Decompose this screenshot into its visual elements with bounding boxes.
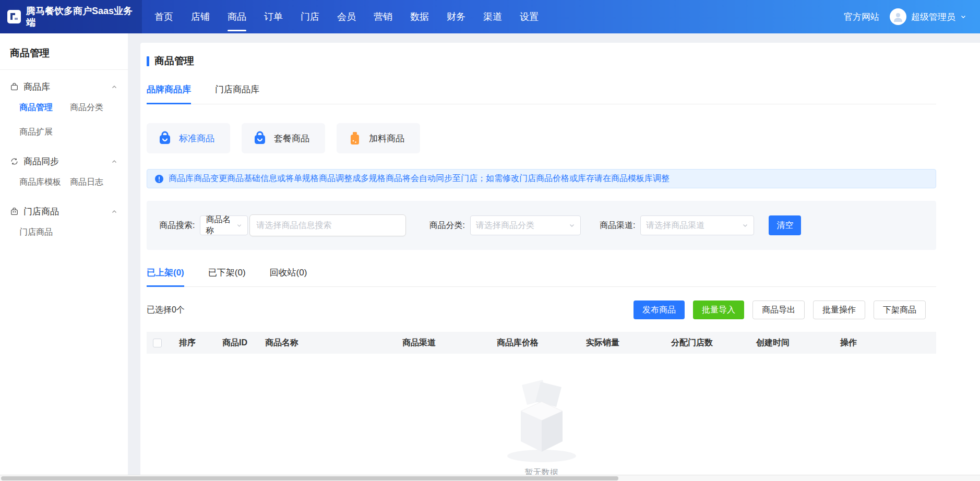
nav-item-order[interactable]: 订单 xyxy=(263,0,284,33)
search-label: 商品搜索: xyxy=(159,220,195,231)
tab-off-shelf[interactable]: 已下架(0) xyxy=(208,267,246,286)
sidebar-divider xyxy=(0,69,128,70)
brand-title: 腾马餐饮多商户Saas业务端 xyxy=(26,5,135,28)
sidebar-item-product-log[interactable]: 商品日志 xyxy=(70,170,121,195)
sidebar-title: 商品管理 xyxy=(0,33,128,69)
search-type-select[interactable]: 商品名称 xyxy=(200,215,248,235)
avatar xyxy=(890,8,906,25)
info-icon xyxy=(154,174,164,184)
nav-item-data[interactable]: 数据 xyxy=(409,0,430,33)
sidebar-group-product-sync[interactable]: 商品同步 xyxy=(0,155,128,167)
card-standard-product[interactable]: 标准商品 xyxy=(147,123,230,153)
library-tabs: 品牌商品库 门店商品库 xyxy=(147,83,936,104)
main-area: 商品管理 品牌商品库 门店商品库 标准商品 xyxy=(128,33,980,481)
chevron-up-icon[interactable] xyxy=(111,209,117,215)
search-input[interactable] xyxy=(249,214,406,236)
sidebar-item-store-product[interactable]: 门店商品 xyxy=(19,220,70,245)
bag-icon xyxy=(10,82,19,91)
store-bag-icon xyxy=(10,207,19,216)
toolbar-row: 已选择0个 发布商品 批量导入 商品导出 批量操作 下架商品 xyxy=(147,300,936,319)
col-product-id: 商品ID xyxy=(222,338,265,348)
product-type-cards: 标准商品 套餐商品 加料商品 xyxy=(147,123,936,153)
tab-store-product-library[interactable]: 门店商品库 xyxy=(215,83,259,104)
nav-item-finance[interactable]: 财务 xyxy=(446,0,467,33)
chevron-down-icon xyxy=(742,222,748,229)
chevron-up-icon[interactable] xyxy=(111,159,117,165)
channel-label: 商品渠道: xyxy=(600,220,635,231)
batch-operation-button[interactable]: 批量操作 xyxy=(813,300,865,319)
product-export-button[interactable]: 商品导出 xyxy=(752,300,805,319)
col-created-time: 创建时间 xyxy=(756,338,840,348)
col-sort: 排序 xyxy=(179,338,222,348)
sidebar: 商品管理 商品库 商品管理 商品分类 商品扩展 xyxy=(0,33,128,481)
bag-icon xyxy=(252,130,268,146)
content-card: 商品管理 品牌商品库 门店商品库 标准商品 xyxy=(140,43,980,481)
clear-button[interactable]: 清空 xyxy=(769,215,801,235)
scrollbar-thumb[interactable] xyxy=(1,476,618,480)
filter-panel: 商品搜索: 商品名称 商品分类: 请选择商品分类 商品渠道: 请选择商品渠道 xyxy=(147,201,936,250)
empty-state: 暂无数据 xyxy=(147,369,936,478)
top-navigation-bar: 腾马餐饮多商户Saas业务端 首页 店铺 商品 订单 门店 会员 营销 数据 财… xyxy=(0,0,980,33)
nav-item-marketing[interactable]: 营销 xyxy=(373,0,393,33)
card-combo-product[interactable]: 套餐商品 xyxy=(242,123,325,153)
jar-icon xyxy=(347,130,363,146)
table-header: 排序 商品ID 商品名称 商品渠道 商品库价格 实际销量 分配门店数 创建时间 … xyxy=(147,332,936,354)
username-label: 超级管理员 xyxy=(911,11,955,23)
nav-item-shop[interactable]: 店铺 xyxy=(190,0,211,33)
nav-item-channel[interactable]: 渠道 xyxy=(482,0,503,33)
batch-import-button[interactable]: 批量导入 xyxy=(693,300,744,319)
col-product-name: 商品名称 xyxy=(265,338,402,348)
notice-text: 商品库商品变更商品基础信息或将单规格商品调整成多规格商品将会自动同步至门店；如需… xyxy=(169,173,670,184)
page-title: 商品管理 xyxy=(154,54,194,68)
chevron-up-icon[interactable] xyxy=(111,84,117,90)
nav-item-settings[interactable]: 设置 xyxy=(519,0,540,33)
horizontal-scrollbar[interactable] xyxy=(0,475,980,481)
category-label: 商品分类: xyxy=(429,220,464,231)
publish-product-button[interactable]: 发布商品 xyxy=(634,300,685,319)
empty-box-illustration xyxy=(495,369,589,466)
tab-brand-product-library[interactable]: 品牌商品库 xyxy=(147,83,191,104)
chevron-down-icon xyxy=(960,14,966,20)
select-all-checkbox[interactable] xyxy=(153,339,162,347)
nav-item-store[interactable]: 门店 xyxy=(300,0,320,33)
sidebar-item-product-extension[interactable]: 商品扩展 xyxy=(19,120,70,145)
user-menu[interactable]: 超级管理员 xyxy=(890,8,966,25)
off-shelf-button[interactable]: 下架商品 xyxy=(874,300,926,319)
col-product-channel: 商品渠道 xyxy=(402,338,497,348)
selection-count-text: 已选择0个 xyxy=(147,305,185,316)
status-tabs: 已上架(0) 已下架(0) 回收站(0) xyxy=(147,267,936,287)
card-topping-product[interactable]: 加料商品 xyxy=(337,123,420,153)
chevron-down-icon xyxy=(569,222,575,229)
official-site-link[interactable]: 官方网站 xyxy=(844,11,879,23)
title-accent-bar xyxy=(147,56,149,66)
col-actual-sales: 实际销量 xyxy=(586,338,671,348)
col-library-price: 商品库价格 xyxy=(497,338,586,348)
sidebar-item-product-category[interactable]: 商品分类 xyxy=(70,95,121,120)
sidebar-group-store-product[interactable]: 门店商品 xyxy=(0,206,128,218)
primary-nav: 首页 店铺 商品 订单 门店 会员 营销 数据 财务 渠道 设置 xyxy=(153,0,540,33)
app-page: 腾马餐饮多商户Saas业务端 首页 店铺 商品 订单 门店 会员 营销 数据 财… xyxy=(0,0,980,481)
category-select[interactable]: 请选择商品分类 xyxy=(470,215,581,235)
sidebar-group-product-library[interactable]: 商品库 xyxy=(0,81,128,93)
nav-item-home[interactable]: 首页 xyxy=(153,0,174,33)
brand-logo-icon xyxy=(7,10,21,23)
chevron-down-icon xyxy=(236,222,242,229)
nav-item-member[interactable]: 会员 xyxy=(336,0,357,33)
nav-item-product[interactable]: 商品 xyxy=(226,0,247,33)
page-title-row: 商品管理 xyxy=(147,54,936,68)
channel-select[interactable]: 请选择商品渠道 xyxy=(640,215,754,235)
sidebar-item-product-management[interactable]: 商品管理 xyxy=(19,95,70,120)
action-buttons: 发布商品 批量导入 商品导出 批量操作 下架商品 xyxy=(634,300,936,319)
bag-icon xyxy=(157,130,173,146)
sync-notice-banner: 商品库商品变更商品基础信息或将单规格商品调整成多规格商品将会自动同步至门店；如需… xyxy=(147,169,936,188)
tab-recycle-bin[interactable]: 回收站(0) xyxy=(270,267,307,286)
col-operation: 操作 xyxy=(840,338,936,348)
topbar-right: 官方网站 超级管理员 xyxy=(844,8,980,25)
tab-on-shelf[interactable]: 已上架(0) xyxy=(147,267,184,286)
brand-area: 腾马餐饮多商户Saas业务端 xyxy=(0,0,142,33)
sidebar-item-product-template[interactable]: 商品库模板 xyxy=(19,170,70,195)
sync-icon xyxy=(10,157,19,166)
col-assigned-stores: 分配门店数 xyxy=(671,338,756,348)
